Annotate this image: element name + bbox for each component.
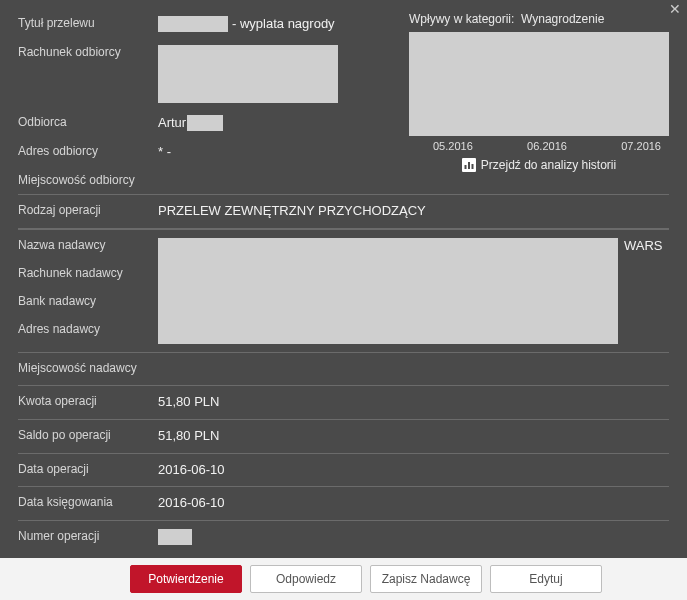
sender-address-label: Adres nadawcy bbox=[18, 322, 158, 336]
chart-x-axis: 05.2016 06.2016 07.2016 bbox=[409, 136, 669, 152]
title-value: - wyplata nagrody bbox=[158, 16, 335, 33]
category-chart bbox=[409, 32, 669, 136]
recipient-name-value: Artur bbox=[158, 115, 223, 132]
footer-toolbar: Potwierdzenie Odpowiedz Zapisz Nadawcę E… bbox=[0, 558, 687, 600]
recipient-city-label: Miejscowość odbiorcy bbox=[18, 173, 158, 189]
sender-name-suffix: WARS bbox=[624, 238, 663, 255]
sender-account-label: Rachunek nadawcy bbox=[18, 266, 158, 280]
sender-city-label: Miejscowość nadawcy bbox=[18, 361, 158, 377]
operation-type-value: PRZELEW ZEWNĘTRZNY PRZYCHODZĄCY bbox=[158, 203, 426, 220]
post-date-label: Data księgowania bbox=[18, 495, 158, 511]
confirm-button[interactable]: Potwierdzenie bbox=[130, 565, 242, 593]
reply-button[interactable]: Odpowiedz bbox=[250, 565, 362, 593]
edit-button[interactable]: Edytuj bbox=[490, 565, 602, 593]
sender-name-label: Nazwa nadawcy bbox=[18, 238, 158, 252]
svg-rect-1 bbox=[464, 165, 466, 169]
sender-bank-label: Bank nadawcy bbox=[18, 294, 158, 308]
recipient-account-label: Rachunek odbiorcy bbox=[18, 45, 158, 61]
recipient-account-redacted bbox=[158, 45, 338, 103]
op-amount-label: Kwota operacji bbox=[18, 394, 158, 410]
balance-value: 51,80 PLN bbox=[158, 428, 219, 445]
category-title: Wpływy w kategorii: Wynagrodzenie bbox=[409, 12, 669, 26]
svg-rect-3 bbox=[471, 164, 473, 169]
recipient-address-value: * - bbox=[158, 144, 171, 161]
close-icon[interactable]: ✕ bbox=[669, 2, 681, 16]
recipient-name-label: Odbiorca bbox=[18, 115, 158, 131]
bar-chart-icon bbox=[462, 158, 476, 172]
svg-rect-2 bbox=[468, 162, 470, 169]
title-label: Tytuł przelewu bbox=[18, 16, 158, 32]
op-number-label: Numer operacji bbox=[18, 529, 158, 545]
save-sender-button[interactable]: Zapisz Nadawcę bbox=[370, 565, 482, 593]
post-date-value: 2016-06-10 bbox=[158, 495, 225, 512]
operation-type-label: Rodzaj operacji bbox=[18, 203, 158, 219]
sender-block-redacted bbox=[158, 238, 618, 344]
op-date-value: 2016-06-10 bbox=[158, 462, 225, 479]
op-number-redacted bbox=[158, 529, 192, 545]
recipient-address-label: Adres odbiorcy bbox=[18, 144, 158, 160]
analysis-history-link[interactable]: Przejdź do analizy historii bbox=[409, 158, 669, 172]
op-date-label: Data operacji bbox=[18, 462, 158, 478]
op-amount-value: 51,80 PLN bbox=[158, 394, 219, 411]
balance-label: Saldo po operacji bbox=[18, 428, 158, 444]
